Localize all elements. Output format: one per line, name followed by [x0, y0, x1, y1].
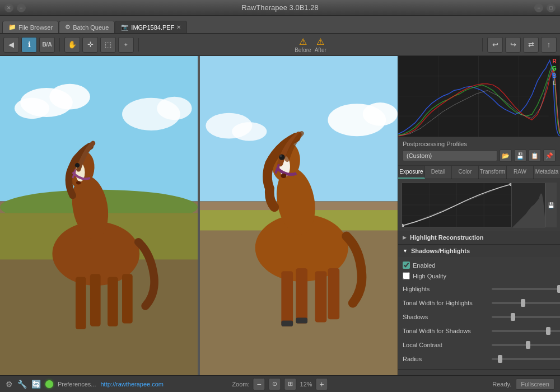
status-bar: ⚙ 🔧 🔄 Preferences... http://rawtherapee.… — [0, 375, 560, 392]
profile-select[interactable]: (Custom) — [403, 150, 497, 161]
tools-icon[interactable]: 🔧 — [17, 380, 27, 389]
preferences-area: ⚙ 🔧 🔄 Preferences... http://rawtherapee.… — [6, 380, 164, 389]
nav-back-button[interactable]: ◀ — [3, 37, 19, 53]
before-warning-icon: ⚠ — [299, 37, 307, 46]
sync-button[interactable]: ⇄ — [523, 37, 539, 53]
info-button[interactable]: ℹ — [21, 37, 37, 53]
zoom-out-button[interactable]: − — [253, 378, 265, 390]
highlights-label: Highlights — [403, 286, 489, 292]
highlight-reconstruction-header[interactable]: ▶ Highlight Reconstruction — [398, 231, 560, 244]
tab-exposure[interactable]: Exposure — [398, 166, 425, 179]
profile-paste-btn[interactable]: 📌 — [543, 150, 556, 162]
after-horse-image — [200, 56, 398, 375]
tab-color[interactable]: Color — [452, 166, 479, 179]
shadows-row: Shadows 28 ▲ ▼ ↺ — [403, 310, 556, 324]
local-contrast-label: Local Contrast — [403, 342, 489, 348]
tab-batch[interactable]: ⚙ Batch Queue — [59, 21, 115, 33]
after-image[interactable] — [200, 56, 398, 375]
after-label: After — [315, 47, 326, 53]
shadows-slider[interactable] — [492, 316, 560, 318]
hq-row: High Quality — [403, 271, 556, 282]
help-icon[interactable]: 🔄 — [31, 380, 41, 389]
maximize-button[interactable]: □ — [547, 3, 556, 12]
histogram-graph — [398, 56, 560, 137]
hr-title: Highlight Reconstruction — [410, 234, 483, 241]
tonal-shadows-slider[interactable] — [492, 330, 560, 332]
minimize-right-button[interactable]: − — [534, 3, 543, 12]
profile-row: (Custom) 📂 💾 📋 📌 — [403, 150, 556, 162]
tab-detail[interactable]: Detail — [425, 166, 452, 179]
color-picker-button[interactable]: ⌖ — [118, 37, 134, 53]
crop-tool-button[interactable]: ⬚ — [100, 37, 116, 53]
svg-point-38 — [281, 174, 286, 178]
nav-next-button[interactable]: ↪ — [505, 37, 521, 53]
svg-rect-33 — [296, 268, 307, 324]
sh-enabled-checkbox[interactable] — [403, 262, 410, 269]
image-area — [0, 56, 398, 375]
svg-rect-32 — [281, 271, 293, 326]
curve-mini-hist — [512, 183, 545, 228]
up-button[interactable]: ↑ — [541, 37, 557, 53]
ready-status: Ready. — [492, 381, 511, 388]
radius-slider[interactable] — [492, 358, 560, 360]
tab-metadata[interactable]: Metadata — [534, 166, 560, 179]
svg-rect-34 — [315, 271, 327, 322]
tab-file[interactable]: 📷 IMGP1584.PEF ✕ — [115, 21, 187, 33]
window-controls-left: ✕ − — [4, 3, 26, 12]
enabled-row: Enabled — [403, 260, 556, 271]
profile-load-btn[interactable]: 📂 — [500, 150, 512, 162]
browser-icon: 📁 — [8, 24, 16, 31]
histogram-labels: R G B L — [551, 58, 558, 86]
curve-save-button[interactable]: 💾 — [545, 183, 556, 227]
zoom-in-button[interactable]: + — [316, 378, 328, 390]
tab-browser[interactable]: 📁 File Browser — [2, 21, 59, 33]
minimize-button[interactable]: − — [17, 3, 26, 12]
window-title: RawTherapee 3.0B1.28 — [26, 3, 534, 12]
curve-canvas[interactable] — [402, 183, 511, 227]
settings-icon[interactable]: ⚙ — [6, 380, 13, 389]
tonal-shadows-label: Tonal Width for Shadows — [403, 328, 489, 334]
pref-btn[interactable]: Preferences... — [58, 381, 96, 388]
save-icon: 💾 — [548, 202, 554, 208]
sh-title: Shadows/Highlights — [411, 248, 470, 254]
tab-bar: 📁 File Browser ⚙ Batch Queue 📷 IMGP1584.… — [0, 16, 560, 34]
tab-transform[interactable]: Transform — [479, 166, 507, 179]
sh-hq-checkbox[interactable] — [403, 272, 410, 279]
hist-l-label: L — [551, 80, 558, 86]
tab-raw[interactable]: RAW — [507, 166, 534, 179]
before-image[interactable] — [0, 56, 198, 375]
crosshair-tool-button[interactable]: ✛ — [82, 37, 98, 53]
svg-rect-16 — [108, 277, 118, 326]
panel-tabs: Exposure Detail Color Transform RAW Meta… — [398, 166, 560, 179]
zoom-value: 12% — [300, 381, 312, 388]
svg-point-5 — [157, 97, 192, 120]
zoom-100-button[interactable]: ⊞ — [284, 378, 297, 390]
batch-icon: ⚙ — [65, 24, 71, 31]
after-label-area: ⚠ After — [315, 36, 326, 53]
ba-button[interactable]: B/A — [39, 37, 55, 53]
highlights-slider[interactable] — [492, 288, 560, 290]
sh-section-header[interactable]: ▼ Shadows/Highlights — [398, 245, 560, 257]
zoom-label: Zoom: — [232, 381, 249, 388]
window-controls-right: − □ — [534, 3, 556, 12]
file-icon: 📷 — [121, 24, 129, 31]
svg-point-2 — [49, 84, 90, 110]
after-panel — [200, 56, 398, 375]
tonal-highlights-slider[interactable] — [492, 302, 560, 304]
website-link[interactable]: http://rawtherapee.com — [100, 381, 164, 388]
sh-hq-label: High Quality — [413, 273, 446, 279]
nav-prev-button[interactable]: ↩ — [487, 37, 503, 53]
toolbar-sep-2 — [138, 38, 139, 52]
svg-rect-17 — [122, 274, 133, 323]
zoom-fit-button[interactable]: ⊙ — [269, 378, 281, 390]
tab-close-button[interactable]: ✕ — [176, 24, 181, 30]
hand-tool-button[interactable]: ✋ — [64, 37, 80, 53]
close-button[interactable]: ✕ — [4, 3, 13, 12]
profiles-label: Postprocessing Profiles — [403, 141, 556, 147]
fullscreen-button[interactable]: Fullscreen — [516, 379, 554, 390]
tonal-shadows-row: Tonal Width for Shadows 80 ▲ ▼ ↺ — [403, 324, 556, 338]
profile-copy-btn[interactable]: 📋 — [529, 150, 541, 162]
profile-save-btn[interactable]: 💾 — [514, 150, 526, 162]
local-contrast-slider[interactable] — [492, 344, 560, 346]
before-label-area: ⚠ Before — [295, 36, 311, 53]
